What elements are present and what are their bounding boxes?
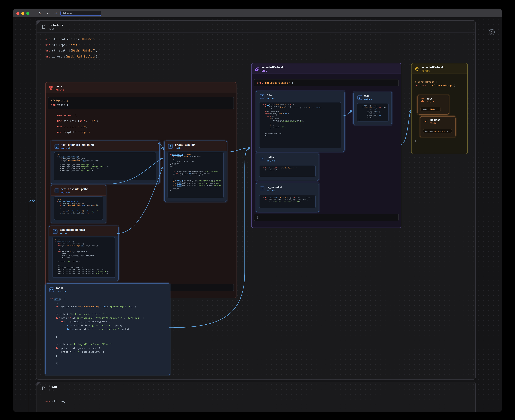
node-subtitle: method: [60, 232, 85, 235]
titlebar: ⌂ ← →: [13, 9, 502, 17]
file-icon: [42, 25, 46, 29]
use-statements: use std::io;: [45, 399, 65, 404]
corner-fold-icon: [37, 21, 41, 25]
node-main-function[interactable]: {} main function fn main() { // let giti…: [45, 283, 170, 375]
node-title: walk: [364, 95, 372, 98]
node-includedpathsmgr-struct[interactable]: IncludedPathsMgr struct #[derive(Debug)]…: [411, 63, 468, 154]
node-test-gitignore-matching[interactable]: ƒ test_gitignore_matching method #[test]…: [51, 141, 160, 184]
node-title: IncludedPathsMgr: [261, 66, 286, 69]
node-subtitle: field: [430, 122, 440, 125]
help-button[interactable]: ?: [489, 29, 495, 35]
node-subtitle: method: [267, 159, 275, 162]
node-header: IncludedPathsMgr impl: [252, 63, 401, 74]
code-panel: fn create_test_dir() -> TempDir { let te…: [167, 152, 224, 198]
node-title: tests: [55, 85, 64, 88]
node-header: ƒ create_test_dir method: [165, 141, 227, 151]
node-included-field[interactable]: included field included: HashSet<PathBuf…: [420, 116, 455, 137]
node-title: included: [430, 119, 440, 121]
traffic-lights: [16, 12, 29, 15]
node-title: is_included: [267, 186, 282, 189]
code-panel: fn walk(&self) -> Walk { WalkBuilder::ne…: [357, 103, 388, 121]
node-subtitle: field: [427, 100, 434, 103]
node-header: ƒ walk method: [354, 92, 391, 102]
node-subtitle: module: [55, 89, 64, 91]
impl-close-bar: }: [254, 214, 399, 221]
mod-open-bar: #[cfg(test)] mod tests {: [48, 97, 234, 109]
file-card-file-rs[interactable]: file.rs file use std::io;: [36, 382, 476, 412]
code-panel: root: PathBuf,: [420, 107, 441, 112]
tests-use-statements: use super::*; use std::fs::{self, File};…: [57, 113, 98, 135]
node-header: ƒ test_included_files method: [49, 226, 118, 236]
code-panel: pub fn new<P: AsRef<Path>>(root: P) -> S…: [259, 102, 341, 148]
method-icon: ƒ: [168, 144, 173, 149]
node-header: root field: [418, 95, 449, 104]
back-icon[interactable]: ←: [46, 11, 51, 16]
node-subtitle: method: [61, 191, 88, 194]
method-icon: ƒ: [54, 189, 59, 193]
node-new-method[interactable]: ƒ new method pub fn new<P: AsRef<Path>>(…: [256, 91, 344, 152]
struct-close: }: [415, 140, 417, 143]
node-test-absolute-paths[interactable]: ƒ test_absolute_paths method #[test] fn …: [51, 185, 106, 223]
node-title: test_absolute_paths: [61, 188, 88, 191]
field-icon: [423, 120, 427, 124]
method-icon: ƒ: [260, 187, 264, 191]
node-header: included field: [420, 117, 455, 126]
forward-icon[interactable]: →: [53, 11, 58, 16]
node-header: ƒ test_gitignore_matching method: [51, 141, 159, 151]
node-includedpathsmgr-impl[interactable]: IncludedPathsMgr impl impl IncludedPaths…: [251, 63, 401, 228]
field-icon: [421, 98, 425, 102]
connection: [29, 201, 31, 412]
node-subtitle: impl: [261, 69, 286, 72]
node-title: paths: [267, 156, 275, 159]
node-test-included-files[interactable]: ƒ test_included_files method #[test] fn …: [49, 226, 119, 281]
corner-fold-icon: [37, 382, 41, 387]
node-subtitle: method: [267, 189, 282, 192]
node-title: test_gitignore_matching: [61, 143, 94, 147]
braces-icon: {}: [49, 287, 54, 292]
use-statements: use std::collections::HashSet; use std::…: [45, 37, 99, 60]
code-panel: pub fn paths(&self) -> &HashSet<PathBuf>…: [259, 165, 316, 177]
node-paths-method[interactable]: ƒ paths method pub fn paths(&self) -> &H…: [256, 153, 319, 181]
close-window-button[interactable]: [16, 12, 19, 15]
node-header: ƒ new method: [256, 91, 344, 101]
file-subtitle: file: [49, 27, 63, 30]
module-icon: [49, 86, 53, 90]
code-panel: #[test] fn test_included_files() { let t…: [52, 237, 115, 278]
main-code: fn main() { // let gitignore = IncludedP…: [50, 298, 144, 369]
node-is-included-method[interactable]: ƒ is_included method pub fn is_included<…: [256, 183, 319, 212]
node-title: create_test_dir: [175, 143, 195, 147]
file-title: include.rs: [49, 23, 63, 27]
node-subtitle: method: [267, 97, 275, 100]
method-icon: ƒ: [357, 95, 362, 100]
home-icon[interactable]: ⌂: [38, 11, 42, 16]
node-subtitle: method: [364, 98, 372, 101]
node-subtitle: method: [175, 147, 195, 150]
node-title: IncludedPathsMgr: [421, 66, 446, 69]
node-walk-method[interactable]: ƒ walk method fn walk(&self) -> Walk { W…: [354, 92, 392, 125]
code-canvas[interactable]: include.rs file use std::collections::Ha…: [13, 17, 502, 412]
node-subtitle: method: [61, 147, 94, 150]
node-create-test-dir[interactable]: ƒ create_test_dir method fn create_test_…: [164, 141, 227, 202]
node-header: ƒ is_included method: [256, 183, 319, 193]
zoom-window-button[interactable]: [26, 12, 29, 15]
code-panel: #[test] fn test_absolute_paths() { let t…: [54, 196, 103, 220]
struct-icon: [415, 67, 419, 71]
file-card-header: include.rs file: [37, 21, 475, 32]
method-icon: ƒ: [260, 94, 264, 99]
node-subtitle: struct: [421, 69, 446, 72]
file-subtitle: file: [49, 389, 57, 392]
node-title: test_included_files: [60, 228, 85, 232]
node-header: IncludedPathsMgr struct: [412, 63, 467, 74]
minimize-window-button[interactable]: [21, 12, 24, 15]
node-header: ƒ paths method: [256, 153, 319, 163]
node-title: main: [56, 286, 67, 290]
node-root-field[interactable]: root field root: PathBuf,: [417, 95, 449, 114]
node-tests-module[interactable]: tests module #[cfg(test)] mod tests { us…: [45, 82, 236, 298]
node-title: root: [427, 97, 434, 100]
stage: ⌂ ← → include.rs file use std::collectio…: [0, 0, 515, 420]
method-icon: ƒ: [53, 229, 57, 234]
address-input[interactable]: [61, 11, 101, 16]
struct-open-lines: #[derive(Debug)] pub struct IncludedPath…: [415, 81, 455, 88]
impl-icon: [255, 67, 259, 71]
node-header: {} main function: [46, 284, 170, 294]
